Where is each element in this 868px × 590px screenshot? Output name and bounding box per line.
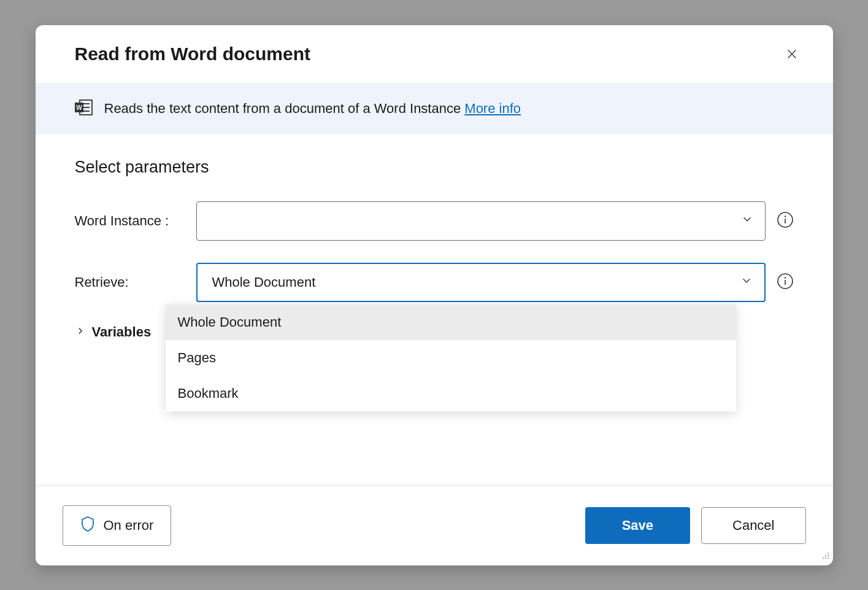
resize-grip-icon[interactable] [820, 549, 831, 563]
on-error-button[interactable]: On error [63, 505, 172, 546]
close-button[interactable] [780, 42, 804, 66]
dialog-modal: Read from Word document W Reads the text… [36, 25, 833, 565]
info-icon[interactable] [777, 273, 794, 292]
banner-description: Reads the text content from a document o… [104, 101, 465, 116]
chevron-down-icon [740, 274, 753, 291]
on-error-label: On error [104, 518, 154, 534]
variables-label: Variables [92, 324, 152, 340]
chevron-right-icon [75, 325, 86, 339]
retrieve-label: Retrieve: [75, 274, 185, 290]
word-instance-select[interactable] [196, 201, 766, 241]
cancel-button[interactable]: Cancel [701, 507, 805, 544]
retrieve-dropdown: Whole Document Pages Bookmark [166, 305, 736, 411]
section-title: Select parameters [75, 158, 794, 177]
svg-point-17 [822, 557, 823, 558]
dropdown-option-pages[interactable]: Pages [166, 340, 736, 376]
svg-point-14 [827, 552, 828, 553]
dropdown-option-bookmark[interactable]: Bookmark [166, 376, 736, 411]
modal-body: Select parameters Word Instance : [36, 134, 833, 485]
info-icon[interactable] [777, 211, 794, 231]
modal-footer: On error Save Cancel [36, 485, 833, 565]
svg-point-16 [827, 554, 828, 556]
banner-text: Reads the text content from a document o… [104, 101, 521, 117]
svg-point-12 [784, 277, 785, 278]
word-icon: W [75, 99, 93, 118]
retrieve-row: Retrieve: Whole Document Whole Document … [75, 263, 794, 302]
footer-right: Save Cancel [585, 507, 806, 544]
svg-text:W: W [76, 104, 82, 111]
save-button[interactable]: Save [585, 507, 690, 544]
svg-point-18 [824, 557, 826, 558]
svg-point-19 [827, 557, 828, 558]
dropdown-option-whole-document[interactable]: Whole Document [166, 305, 736, 340]
svg-point-9 [784, 215, 785, 217]
word-instance-label: Word Instance : [75, 213, 185, 229]
word-instance-row: Word Instance : [75, 201, 794, 241]
word-instance-select-wrapper [196, 201, 766, 241]
modal-header: Read from Word document [36, 25, 833, 83]
svg-point-15 [824, 554, 826, 556]
info-banner: W Reads the text content from a document… [36, 83, 833, 134]
retrieve-select-wrapper: Whole Document Whole Document Pages Book… [196, 263, 766, 302]
shield-icon [80, 516, 95, 535]
chevron-down-icon [740, 212, 754, 230]
retrieve-select[interactable]: Whole Document [196, 263, 766, 302]
close-icon [785, 47, 799, 61]
more-info-link[interactable]: More info [464, 101, 521, 116]
retrieve-value: Whole Document [212, 274, 316, 290]
modal-title: Read from Word document [75, 44, 310, 64]
